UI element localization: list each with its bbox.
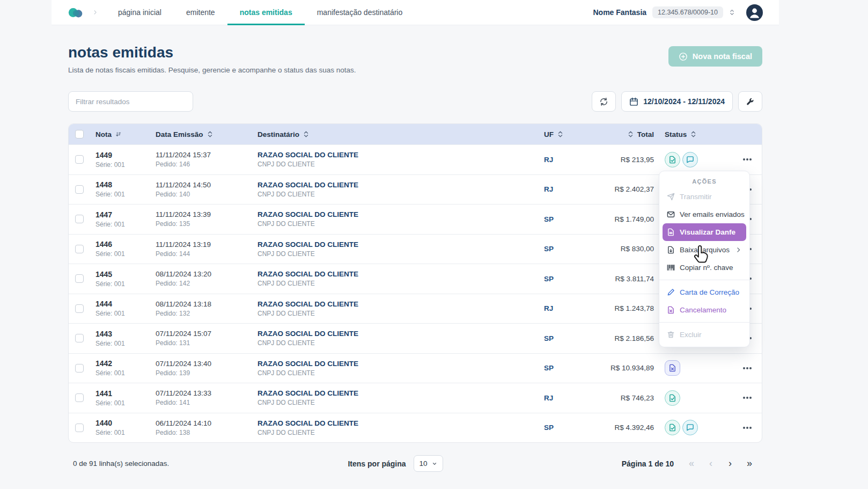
menu-item[interactable]: Baixar arquivos: [663, 241, 746, 259]
column-header-label: Total: [637, 130, 654, 138]
row-checkbox[interactable]: [75, 245, 84, 253]
new-invoice-button[interactable]: Nova nota fiscal: [668, 46, 762, 67]
table-row: 1441 Série: 001 07/11/2024 13:33 Pedido:…: [69, 383, 762, 413]
menu-item-label: Cancelamento: [680, 306, 726, 314]
refresh-button[interactable]: [592, 91, 616, 112]
row-actions-button[interactable]: [743, 421, 752, 434]
nav-item[interactable]: notas emitidas: [227, 0, 305, 25]
menu-item[interactable]: Visualizar Danfe: [663, 223, 746, 241]
pedido-number: Pedido: 139: [156, 369, 247, 377]
menu-item[interactable]: Cancelamento: [663, 301, 746, 319]
row-checkbox[interactable]: [75, 393, 84, 402]
chevron-down-icon: [432, 461, 437, 466]
menu-item[interactable]: Transmitir: [663, 188, 746, 206]
destinatario-cnpj: CNPJ DO CLIENTE: [258, 160, 533, 168]
pager-button[interactable]: »: [741, 456, 757, 472]
doc-cancel-icon[interactable]: [665, 360, 680, 376]
nota-serie: Série: 001: [95, 250, 145, 258]
row-checkbox[interactable]: [75, 304, 84, 313]
table-body: 1449 Série: 001 11/11/2024 15:37 Pedido:…: [69, 144, 762, 442]
column-header[interactable]: Total: [570, 130, 659, 138]
user-avatar[interactable]: [746, 4, 763, 21]
pager-button[interactable]: ‹: [703, 456, 719, 472]
row-checkbox[interactable]: [75, 424, 84, 432]
pager-button[interactable]: «: [683, 456, 700, 472]
destinatario-cnpj: CNPJ DO CLIENTE: [258, 250, 533, 258]
doc-check-icon[interactable]: [665, 390, 680, 406]
uf-value: SP: [539, 275, 570, 283]
row-checkbox[interactable]: [75, 185, 84, 194]
table-row: 1444 Série: 001 08/11/2024 13:18 Pedido:…: [69, 294, 762, 324]
row-checkbox[interactable]: [75, 215, 84, 223]
row-actions-button[interactable]: [743, 391, 752, 404]
status-cell: [659, 390, 733, 406]
sort-icon: [557, 130, 563, 138]
column-header[interactable]: Nota: [90, 130, 150, 138]
destinatario-link[interactable]: RAZAO SOCIAL DO CLIENTE: [258, 419, 533, 427]
per-page-value: 10: [420, 459, 428, 468]
barcode-icon: [667, 264, 675, 272]
doc-check-icon[interactable]: [665, 420, 680, 435]
settings-tools-button[interactable]: [738, 91, 762, 112]
destinatario-link[interactable]: RAZAO SOCIAL DO CLIENTE: [258, 389, 533, 397]
nota-serie: Série: 001: [95, 369, 145, 377]
total-value: R$ 1.749,00: [570, 215, 659, 223]
calendar-icon: [629, 97, 638, 106]
invoices-table: Nota Data Emissão Destinatário UF Total: [68, 123, 762, 443]
app-logo-icon[interactable]: [68, 6, 85, 19]
destinatario-cnpj: CNPJ DO CLIENTE: [258, 369, 533, 377]
pedido-number: Pedido: 132: [156, 310, 247, 317]
filter-input[interactable]: [68, 91, 193, 112]
main-nav: página inicialemitentenotas emitidasmani…: [106, 0, 415, 25]
menu-item[interactable]: Copiar nº. chave: [663, 259, 746, 276]
select-all-checkbox[interactable]: [75, 130, 84, 138]
destinatario-cnpj: CNPJ DO CLIENTE: [258, 429, 533, 436]
column-header[interactable]: Data Emissão: [150, 130, 252, 138]
destinatario-link[interactable]: RAZAO SOCIAL DO CLIENTE: [258, 240, 533, 249]
per-page-select[interactable]: 10: [414, 455, 443, 472]
table-row: 1447 Série: 001 11/11/2024 13:39 Pedido:…: [69, 204, 762, 234]
column-header-label: UF: [544, 130, 554, 138]
column-header[interactable]: Destinatário: [252, 130, 539, 138]
column-header[interactable]: UF: [539, 130, 570, 138]
row-actions-button[interactable]: [743, 362, 752, 375]
destinatario-link[interactable]: RAZAO SOCIAL DO CLIENTE: [258, 210, 533, 218]
nav-item[interactable]: emitente: [174, 0, 227, 25]
more-dots-icon: [746, 367, 748, 369]
table-row: 1443 Série: 001 07/11/2024 15:07 Pedido:…: [69, 323, 762, 353]
chat-icon[interactable]: [682, 420, 698, 435]
row-checkbox[interactable]: [75, 334, 84, 342]
destinatario-link[interactable]: RAZAO SOCIAL DO CLIENTE: [258, 151, 533, 159]
row-actions-button[interactable]: [743, 153, 752, 166]
row-checkbox[interactable]: [75, 364, 84, 373]
destinatario-link[interactable]: RAZAO SOCIAL DO CLIENTE: [258, 300, 533, 308]
total-value: R$ 4.392,46: [570, 424, 659, 432]
total-value: R$ 2.186,56: [570, 334, 659, 342]
destinatario-link[interactable]: RAZAO SOCIAL DO CLIENTE: [258, 360, 533, 368]
plus-circle-icon: [679, 52, 688, 61]
emission-date: 11/11/2024 14:50: [156, 181, 247, 189]
row-checkbox[interactable]: [75, 274, 84, 283]
nav-item[interactable]: página inicial: [106, 0, 174, 25]
date-range-button[interactable]: 12/10/2024 - 12/11/2024: [621, 91, 733, 112]
destinatario-cnpj: CNPJ DO CLIENTE: [258, 220, 533, 228]
chat-icon[interactable]: [682, 152, 698, 167]
destinatario-cnpj: CNPJ DO CLIENTE: [258, 399, 533, 406]
destinatario-link[interactable]: RAZAO SOCIAL DO CLIENTE: [258, 270, 533, 278]
company-selector-icon[interactable]: [729, 9, 735, 16]
menu-item[interactable]: Ver emails enviados: [663, 206, 746, 223]
menu-item[interactable]: Excluir: [663, 326, 746, 344]
nav-item[interactable]: manifestação destinatário: [305, 0, 415, 25]
menu-item[interactable]: Carta de Correção: [663, 283, 746, 301]
pager-button[interactable]: ›: [722, 456, 738, 472]
destinatario-link[interactable]: RAZAO SOCIAL DO CLIENTE: [258, 181, 533, 189]
menu-item-label: Copiar nº. chave: [680, 264, 733, 272]
column-header[interactable]: Status: [659, 130, 733, 138]
emission-date: 08/11/2024 13:18: [156, 300, 247, 308]
row-checkbox[interactable]: [75, 155, 84, 164]
per-page-label: Itens por página: [348, 459, 406, 468]
nota-number: 1445: [95, 270, 145, 279]
doc-check-icon[interactable]: [665, 152, 680, 167]
destinatario-link[interactable]: RAZAO SOCIAL DO CLIENTE: [258, 330, 533, 338]
new-invoice-label: Nova nota fiscal: [693, 52, 752, 61]
